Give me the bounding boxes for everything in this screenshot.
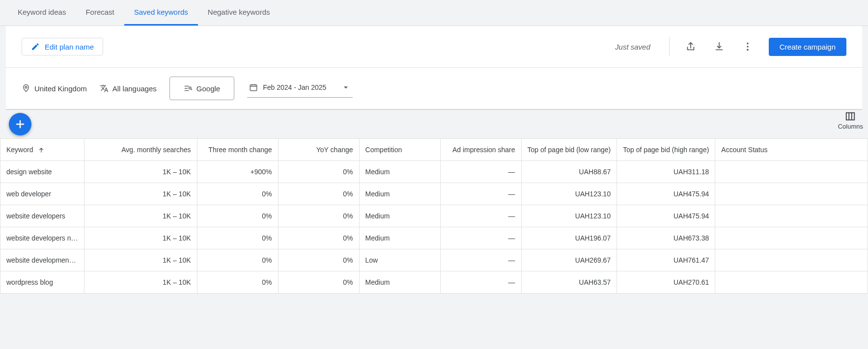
action-row: Columns — [0, 110, 868, 138]
columns-label: Columns — [838, 123, 863, 130]
cell-bid-low: UAH123.10 — [521, 183, 617, 205]
table-row[interactable]: website developmen…1K – 10K0%0%Low—UAH26… — [0, 249, 868, 271]
cell-account — [715, 227, 868, 249]
cell-account — [715, 271, 868, 294]
cell-yoy: 0% — [278, 227, 359, 249]
tab-negative-keywords[interactable]: Negative keywords — [198, 0, 280, 26]
cell-yoy: 0% — [278, 161, 359, 183]
cell-avg: 1K – 10K — [84, 205, 197, 227]
columns-icon — [845, 111, 856, 122]
cell-ad-share: — — [440, 161, 521, 183]
create-campaign-button[interactable]: Create campaign — [769, 38, 846, 56]
keywords-table: Keyword Avg. monthly searches Three mont… — [0, 138, 868, 294]
cell-bid-high: UAH270.61 — [617, 271, 715, 294]
tab-saved-keywords[interactable]: Saved keywords — [124, 0, 198, 26]
cell-competition: Low — [359, 249, 440, 271]
cell-competition: Medium — [359, 205, 440, 227]
cell-keyword: website developers — [0, 205, 84, 227]
cell-avg: 1K – 10K — [84, 271, 197, 294]
cell-competition: Medium — [359, 183, 440, 205]
toolbar: Edit plan name Just saved Create campaig… — [6, 26, 862, 68]
col-bid-high[interactable]: Top of page bid (high range) — [617, 139, 715, 161]
cell-keyword: wordpress blog — [0, 271, 84, 294]
cell-three-month: 0% — [197, 271, 278, 294]
cell-competition: Medium — [359, 227, 440, 249]
col-keyword-label: Keyword — [6, 146, 33, 154]
divider — [669, 37, 670, 56]
tab-keyword-ideas[interactable]: Keyword ideas — [8, 0, 76, 26]
share-button[interactable] — [683, 39, 698, 54]
cell-bid-high: UAH475.94 — [617, 183, 715, 205]
edit-plan-name-button[interactable]: Edit plan name — [22, 38, 103, 55]
download-button[interactable] — [712, 39, 727, 54]
pencil-icon — [31, 42, 40, 51]
cell-avg: 1K – 10K — [84, 227, 197, 249]
cell-avg: 1K – 10K — [84, 161, 197, 183]
col-keyword[interactable]: Keyword — [0, 139, 84, 161]
cell-bid-low: UAH196.07 — [521, 227, 617, 249]
add-keyword-fab[interactable] — [9, 113, 31, 135]
table-row[interactable]: wordpress blog1K – 10K0%0%Medium—UAH63.5… — [0, 271, 868, 294]
col-bid-low[interactable]: Top of page bid (low range) — [521, 139, 617, 161]
svg-point-1 — [747, 46, 749, 48]
cell-bid-high: UAH673.38 — [617, 227, 715, 249]
table-row[interactable]: design website1K – 10K+900%0%Medium—UAH8… — [0, 161, 868, 183]
cell-bid-high: UAH475.94 — [617, 205, 715, 227]
download-icon — [714, 41, 725, 52]
cell-yoy: 0% — [278, 249, 359, 271]
cell-account — [715, 161, 868, 183]
cell-yoy: 0% — [278, 183, 359, 205]
tabs-bar: Keyword ideas Forecast Saved keywords Ne… — [0, 0, 868, 26]
cell-yoy: 0% — [278, 271, 359, 294]
sort-asc-icon — [38, 147, 45, 154]
filters-bar: United Kingdom All languages Google Feb … — [6, 68, 862, 110]
cell-bid-low: UAH123.10 — [521, 205, 617, 227]
language-filter[interactable]: All languages — [100, 84, 157, 93]
cell-keyword: website developmen… — [0, 249, 84, 271]
cell-account — [715, 205, 868, 227]
cell-keyword: design website — [0, 161, 84, 183]
col-account[interactable]: Account Status — [715, 139, 868, 161]
svg-point-0 — [747, 43, 749, 45]
cell-avg: 1K – 10K — [84, 249, 197, 271]
col-three-month[interactable]: Three month change — [197, 139, 278, 161]
daterange-filter[interactable]: Feb 2024 - Jan 2025 — [247, 80, 353, 98]
chevron-down-icon — [341, 82, 351, 92]
search-settings-icon — [184, 84, 193, 93]
language-label: All languages — [112, 84, 157, 93]
table-row[interactable]: web developer1K – 10K0%0%Medium—UAH123.1… — [0, 183, 868, 205]
cell-account — [715, 183, 868, 205]
svg-point-2 — [747, 49, 749, 51]
cell-account — [715, 249, 868, 271]
cell-competition: Medium — [359, 161, 440, 183]
table-row[interactable]: website developers1K – 10K0%0%Medium—UAH… — [0, 205, 868, 227]
cell-three-month: 0% — [197, 183, 278, 205]
cell-three-month: 0% — [197, 249, 278, 271]
col-avg[interactable]: Avg. monthly searches — [84, 139, 197, 161]
col-competition[interactable]: Competition — [359, 139, 440, 161]
table-row[interactable]: website developers n…1K – 10K0%0%Medium—… — [0, 227, 868, 249]
location-filter[interactable]: United Kingdom — [22, 84, 87, 93]
network-filter[interactable]: Google — [169, 77, 234, 100]
cell-keyword: website developers n… — [0, 227, 84, 249]
svg-rect-6 — [846, 113, 855, 120]
plus-icon — [14, 118, 26, 130]
table-header-row: Keyword Avg. monthly searches Three mont… — [0, 139, 868, 161]
translate-icon — [100, 84, 109, 93]
save-status: Just saved — [615, 43, 655, 51]
calendar-icon — [249, 83, 258, 92]
more-button[interactable] — [740, 39, 755, 54]
cell-bid-low: UAH63.57 — [521, 271, 617, 294]
tab-forecast[interactable]: Forecast — [76, 0, 124, 26]
col-yoy[interactable]: YoY change — [278, 139, 359, 161]
columns-button[interactable]: Columns — [838, 111, 863, 130]
location-label: United Kingdom — [34, 84, 87, 93]
cell-yoy: 0% — [278, 205, 359, 227]
cell-ad-share: — — [440, 271, 521, 294]
share-icon — [685, 41, 696, 52]
cell-keyword: web developer — [0, 183, 84, 205]
col-ad-share[interactable]: Ad impression share — [440, 139, 521, 161]
daterange-label: Feb 2024 - Jan 2025 — [263, 83, 326, 91]
cell-three-month: 0% — [197, 205, 278, 227]
cell-ad-share: — — [440, 205, 521, 227]
